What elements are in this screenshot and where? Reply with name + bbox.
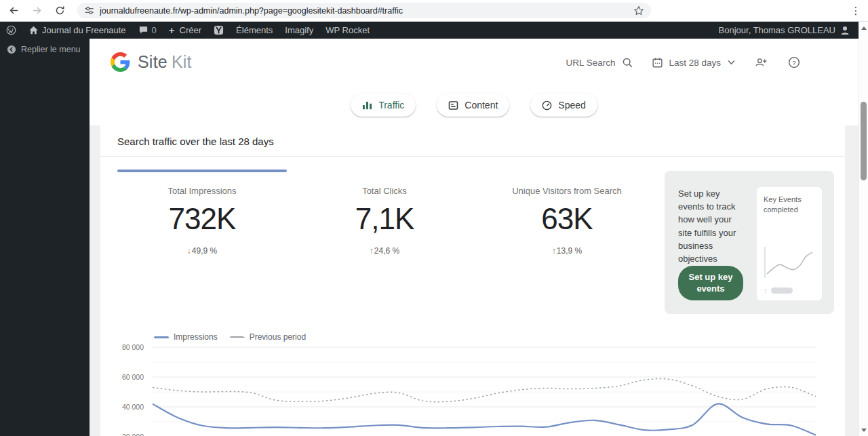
admin-bar-imagify[interactable]: Imagify [279,22,319,39]
calendar-icon [652,57,663,68]
stat-change: ↑ 24,6 % [300,246,469,256]
tab-content-label: Content [465,100,498,111]
traffic-chart: 80 00060 00040 00020 000 [100,342,845,436]
down-arrow-icon: ↓ [187,246,191,256]
browser-toolbar: journaldufreenaute.fr/wp-admin/admin.php… [0,0,868,22]
scrollbar-down-icon[interactable] [859,425,868,435]
cta-text: Set up key events to track how well your… [678,187,747,265]
stat-total-impressions[interactable]: Total Impressions 732K ↓ 49,9 % [117,170,287,314]
wp-admin-sidebar: Replier le menu [0,39,90,436]
refresh-icon[interactable] [50,1,69,20]
wp-admin-bar: Journal du Freenaute 0 + Créer Éléments … [0,22,859,39]
stat-value: 63K [482,202,652,236]
key-events-card-title: Key Events completed [764,195,815,215]
url-search-button[interactable]: URL Search [566,57,633,68]
legend-label: Impressions [174,332,218,342]
stat-value: 732K [117,202,287,236]
star-icon[interactable] [633,5,644,16]
screen: journaldufreenaute.fr/wp-admin/admin.php… [0,0,868,436]
up-arrow-icon: ↑ [370,246,374,256]
collapse-menu-button[interactable]: Replier le menu [0,39,90,60]
svg-text:60 000: 60 000 [122,373,144,381]
tab-traffic[interactable]: Traffic [351,94,416,117]
user-icon [840,25,850,36]
stat-change: ↑ 13,9 % [482,246,652,256]
comments-count: 0 [152,25,157,35]
google-g-icon [111,52,130,72]
tab-speed[interactable]: Speed [530,94,597,117]
sitekit-header: SiteKit URL Search Last 28 days [90,39,859,125]
wp-rocket-label: WP Rocket [326,25,370,35]
change-value: 49,9 % [192,246,217,256]
new-label: Créer [180,25,202,35]
yoast-icon[interactable] [208,22,230,39]
svg-text:40 000: 40 000 [122,403,144,411]
scrollbar-up-icon[interactable] [859,23,868,33]
stat-unique-visitors[interactable]: Unique Visitors from Search 63K ↑ 13,9 % [482,170,652,314]
dashboard-body: Search traffic over the last 28 days Tot… [90,125,859,436]
person-add-icon [755,56,767,68]
site-info-icon[interactable] [84,5,94,16]
stats-row: Total Impressions 732K ↓ 49,9 % Total Cl… [100,157,845,314]
page-scrollbar[interactable] [859,22,868,436]
stat-change: ↓ 49,9 % [117,246,287,256]
chevron-down-icon [728,60,735,65]
url-text: journaldufreenaute.fr/wp-admin/admin.php… [100,6,633,16]
sitekit-wordmark: SiteKit [138,52,192,72]
stat-label: Total Impressions [117,186,287,196]
imagify-label: Imagify [285,25,313,35]
date-range-selector[interactable]: Last 28 days [652,57,735,68]
cta-left: Set up key events to track how well your… [678,187,747,300]
content-tab-icon [448,100,458,111]
main-content: SiteKit URL Search Last 28 days [90,39,859,436]
up-arrow-icon: ↑ [552,246,556,256]
share-access-button[interactable] [753,55,768,70]
collapse-menu-label: Replier le menu [21,45,81,54]
speed-tab-icon [542,100,552,111]
scrollbar-thumb[interactable] [861,102,867,180]
forward-icon[interactable] [27,1,46,20]
admin-bar-comments[interactable]: 0 [132,22,163,39]
svg-text:20 000: 20 000 [122,433,144,436]
legend-impressions: Impressions [154,332,218,342]
stat-total-clicks[interactable]: Total Clicks 7,1K ↑ 24,6 % [300,170,469,314]
impressions-line-swatch [154,336,169,338]
url-search-label: URL Search [566,58,615,68]
stat-label: Unique Visitors from Search [482,186,652,196]
admin-bar-new[interactable]: + Créer [163,22,208,39]
trend-arrow-icon: ↑ [764,287,768,294]
header-controls: URL Search Last 28 days [566,55,802,70]
help-button[interactable]: ? [787,55,802,70]
admin-bar-account[interactable]: Bonjour, Thomas GROLLEAU [719,25,859,36]
key-events-cta-panel: Set up key events to track how well your… [665,171,834,314]
change-value: 13,9 % [557,246,582,256]
greeting-text: Bonjour, Thomas GROLLEAU [719,25,835,35]
browser-menu-icon[interactable]: ⋮ [849,3,863,18]
elements-label: Éléments [236,25,273,35]
tab-traffic-label: Traffic [378,100,404,111]
setup-key-events-button[interactable]: Set up key events [678,266,743,300]
address-bar[interactable]: journaldufreenaute.fr/wp-admin/admin.php… [77,3,651,18]
legend-previous-period: Previous period [230,332,306,342]
stat-value: 7,1K [300,202,469,236]
search-icon [622,57,633,68]
svg-text:?: ? [792,59,796,66]
back-icon[interactable] [4,1,23,20]
change-value: 24,6 % [374,246,399,256]
tab-content[interactable]: Content [437,94,509,117]
sitekit-logo: SiteKit [111,52,192,72]
search-traffic-widget: Search traffic over the last 28 days Tot… [100,125,845,436]
admin-bar-elements[interactable]: Éléments [230,22,279,39]
section-title: Search traffic over the last 28 days [100,125,845,157]
legend-label: Previous period [250,332,306,342]
admin-bar-wp-rocket[interactable]: WP Rocket [319,22,376,39]
chart-legend: Impressions Previous period [154,332,845,342]
previous-period-line-swatch [230,336,245,338]
wordpress-logo-icon[interactable] [0,22,22,39]
key-events-sparkline [764,245,815,282]
admin-bar-site-link[interactable]: Journal du Freenaute [22,22,132,39]
traffic-tab-icon [362,100,372,111]
date-range-label: Last 28 days [669,58,721,68]
help-icon: ? [788,56,800,68]
tab-speed-label: Speed [558,100,585,111]
